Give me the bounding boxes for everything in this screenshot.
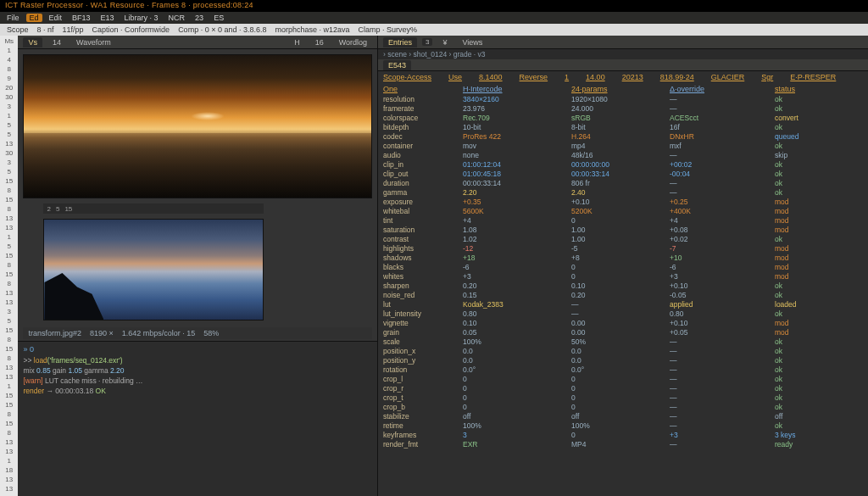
col-hdr[interactable]: 24·params: [571, 85, 665, 93]
prop-value[interactable]: ok: [775, 123, 868, 132]
prop-value[interactable]: ok: [775, 142, 868, 151]
prop-value[interactable]: 0: [571, 263, 665, 272]
prop-value[interactable]: 0.80: [463, 309, 566, 319]
grid-header[interactable]: 1: [565, 73, 569, 81]
prop-value[interactable]: 1.00: [571, 235, 665, 244]
menu-23[interactable]: 23: [192, 14, 207, 22]
prop-value[interactable]: +0.05: [670, 328, 770, 337]
tab-wordlog[interactable]: Wordlog: [334, 37, 372, 47]
prop-value[interactable]: ok: [775, 309, 868, 319]
tab-entries[interactable]: Entries: [383, 37, 417, 47]
prop-value[interactable]: 0.20: [463, 281, 566, 291]
prop-value[interactable]: ok: [775, 337, 868, 347]
toolbar-item[interactable]: Scope: [7, 25, 29, 34]
tab-waveform-vs[interactable]: Vs: [23, 37, 42, 47]
prop-value[interactable]: mod: [775, 244, 868, 254]
prop-value[interactable]: +3: [670, 431, 770, 440]
prop-value[interactable]: 5600K: [463, 207, 566, 216]
prop-value[interactable]: mod: [775, 207, 868, 216]
col-hdr[interactable]: H·Intercode: [463, 85, 566, 93]
grid-header[interactable]: 14.00: [586, 73, 605, 81]
prop-value[interactable]: —: [670, 347, 770, 356]
prop-value[interactable]: 24.000: [571, 104, 665, 114]
grid-header[interactable]: GLACIER: [711, 73, 745, 81]
grid-header[interactable]: Reverse: [520, 73, 548, 81]
prop-value[interactable]: 48k/16: [571, 151, 665, 160]
prop-value[interactable]: +400K: [670, 207, 770, 216]
prop-value[interactable]: ok: [775, 347, 868, 356]
prop-value[interactable]: mod: [775, 263, 868, 272]
prop-value[interactable]: —: [670, 188, 770, 198]
chip-15[interactable]: 15: [64, 205, 72, 213]
tab-currency[interactable]: ¥: [437, 37, 452, 47]
prop-value[interactable]: off: [571, 412, 665, 421]
prop-value[interactable]: 100%: [463, 337, 566, 347]
prop-value[interactable]: —: [670, 337, 770, 347]
prop-value[interactable]: sRGB: [571, 114, 665, 123]
prop-value[interactable]: -00:04: [670, 170, 770, 179]
prop-value[interactable]: +4: [463, 216, 566, 226]
prop-value[interactable]: -6: [463, 263, 566, 272]
prop-value[interactable]: Kodak_2383: [463, 300, 566, 309]
toolbar-item[interactable]: 8 · nf: [37, 25, 54, 34]
grid-header[interactable]: E·P·RESPER: [790, 73, 836, 81]
toolbar-item[interactable]: Comp · 0 × 0 and · 3.8.6.8: [178, 25, 266, 34]
prop-value[interactable]: 2.20: [463, 188, 566, 198]
prop-value[interactable]: —: [571, 300, 665, 309]
prop-value[interactable]: 0.20: [571, 291, 665, 300]
prop-value[interactable]: +0.02: [670, 235, 770, 244]
prop-value[interactable]: ok: [775, 235, 868, 244]
prop-value[interactable]: 0.00: [571, 328, 665, 337]
prop-value[interactable]: 0.80: [670, 309, 770, 319]
prop-value[interactable]: 2.40: [571, 188, 665, 198]
prop-value[interactable]: mxf: [670, 142, 770, 151]
prop-value[interactable]: DNxHR: [670, 132, 770, 142]
prop-value[interactable]: 0.0: [463, 356, 566, 365]
prop-value[interactable]: loaded: [775, 300, 868, 309]
tab-extra-h[interactable]: H: [289, 37, 305, 47]
prop-value[interactable]: 0.0: [571, 356, 665, 365]
prop-value[interactable]: Rec.709: [463, 114, 566, 123]
prop-value[interactable]: ok: [775, 170, 868, 179]
preview-viewer-b[interactable]: [43, 219, 264, 320]
prop-value[interactable]: 0: [571, 216, 665, 226]
prop-value[interactable]: 0: [571, 393, 665, 403]
prop-value[interactable]: +3: [670, 272, 770, 281]
prop-value[interactable]: 0: [463, 384, 566, 393]
prop-value[interactable]: 0.0°: [463, 365, 566, 375]
prop-value[interactable]: mod: [775, 254, 868, 263]
prop-value[interactable]: ok: [775, 188, 868, 198]
prop-value[interactable]: 0.0: [463, 347, 566, 356]
prop-value[interactable]: mod: [775, 319, 868, 328]
col-hdr[interactable]: Δ·override: [670, 85, 770, 93]
prop-value[interactable]: 0.15: [463, 291, 566, 300]
menu-edit[interactable]: Edit: [46, 14, 66, 22]
section-tab-e543[interactable]: E543: [383, 60, 411, 70]
prop-value[interactable]: ok: [775, 179, 868, 188]
prop-value[interactable]: 0: [571, 272, 665, 281]
grid-header[interactable]: Use: [448, 73, 462, 81]
prop-value[interactable]: 01:00:45:18: [463, 170, 566, 179]
prop-value[interactable]: off: [775, 412, 868, 421]
prop-value[interactable]: ok: [775, 393, 868, 403]
prop-value[interactable]: none: [463, 151, 566, 160]
prop-value[interactable]: mp4: [571, 142, 665, 151]
prop-value[interactable]: 0.00: [571, 319, 665, 328]
prop-value[interactable]: —: [670, 365, 770, 375]
menu-e13[interactable]: E13: [97, 14, 118, 22]
prop-value[interactable]: 0.05: [463, 328, 566, 337]
prop-value[interactable]: mod: [775, 226, 868, 235]
prop-value[interactable]: 1920×1080: [571, 95, 665, 104]
prop-value[interactable]: mod: [775, 328, 868, 337]
prop-value[interactable]: 0.0: [571, 347, 665, 356]
menu-ncr[interactable]: NCR: [165, 14, 189, 22]
prop-value[interactable]: mod: [775, 198, 868, 207]
prop-value[interactable]: ok: [775, 356, 868, 365]
prop-value[interactable]: —: [670, 375, 770, 384]
chip-2[interactable]: 2: [47, 205, 50, 213]
prop-value[interactable]: ok: [775, 384, 868, 393]
prop-value[interactable]: -12: [463, 244, 566, 254]
prop-value[interactable]: -6: [670, 263, 770, 272]
grid-header[interactable]: 8.1400: [479, 73, 503, 81]
prop-value[interactable]: 0.10: [571, 281, 665, 291]
